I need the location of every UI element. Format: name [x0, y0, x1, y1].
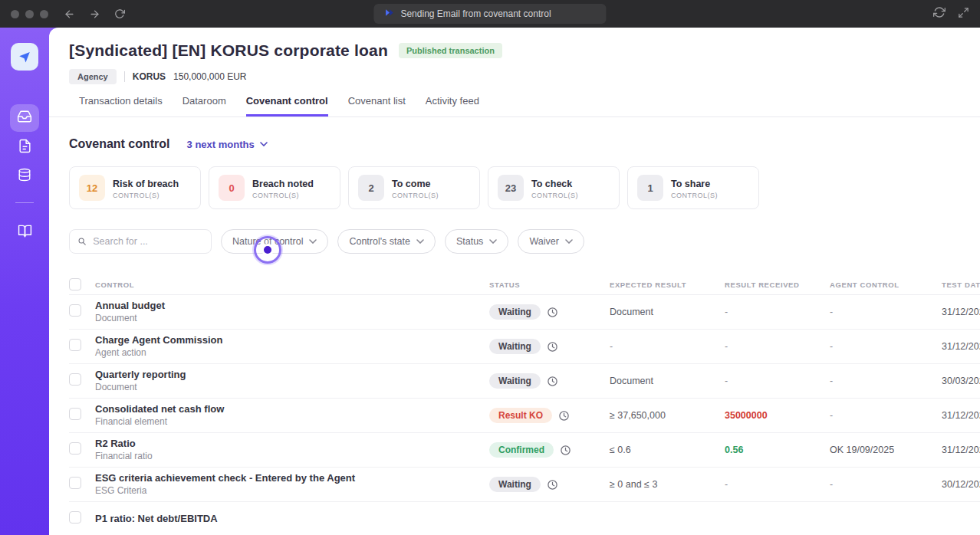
stat-label: To come	[392, 179, 430, 189]
filter-controls-state[interactable]: Control's state	[337, 229, 436, 254]
clock-icon	[547, 376, 558, 387]
row-checkbox[interactable]	[69, 511, 81, 524]
result-received: -	[725, 376, 830, 386]
expected-result: Document	[610, 376, 725, 386]
agent-control: -	[830, 376, 942, 386]
search-box[interactable]	[69, 229, 212, 254]
sidebar-item-documents[interactable]	[10, 133, 39, 161]
expand-icon[interactable]	[958, 7, 969, 21]
stat-card-risk-of-breach[interactable]: 12 Risk of breachCONTROL(S)	[69, 166, 201, 209]
table-row[interactable]: Quarterly reportingDocument Waiting Docu…	[69, 364, 980, 399]
test-date: 31/12/2024	[942, 410, 980, 421]
tab-covenant-list[interactable]: Covenant list	[348, 95, 406, 117]
clock-icon	[547, 307, 558, 318]
reload-icon[interactable]	[114, 8, 125, 19]
filter-waiver[interactable]: Waiver	[518, 229, 584, 254]
table-row[interactable]: Consolidated net cash flowFinancial elem…	[69, 399, 980, 433]
select-all-checkbox[interactable]	[69, 278, 81, 290]
page-title: [Syndicated] [EN] KORUS corporate loan	[69, 41, 388, 60]
filter-label: Control's state	[349, 236, 410, 247]
search-input[interactable]	[93, 236, 203, 247]
control-type: Document	[95, 313, 489, 324]
stat-card-breach-noted[interactable]: 0 Breach notedCONTROL(S)	[209, 166, 340, 209]
stat-label: To share	[671, 179, 710, 189]
stat-sub: CONTROL(S)	[531, 192, 578, 199]
product-logo[interactable]	[11, 43, 38, 71]
status-badge: Result KO	[489, 408, 552, 423]
sidebar-item-transactions[interactable]	[10, 104, 39, 132]
book-open-icon	[18, 224, 32, 241]
stat-card-to-come[interactable]: 2 To comeCONTROL(S)	[348, 166, 480, 209]
stat-count: 1	[637, 175, 663, 201]
window-controls[interactable]	[11, 10, 48, 18]
clock-icon	[558, 410, 570, 422]
col-date: TEST DATE	[942, 281, 980, 289]
chevron-down-icon	[489, 239, 497, 244]
agent-control: OK 19/09/2025	[830, 445, 942, 455]
stat-sub: CONTROL(S)	[252, 192, 314, 199]
back-icon[interactable]	[64, 8, 75, 20]
controls-table: CONTROL STATUS EXPECTED RESULT RESULT RE…	[49, 275, 980, 535]
control-type: ESG Criteria	[95, 485, 489, 497]
section-heading: Covenant control	[69, 137, 170, 151]
table-header-row: CONTROL STATUS EXPECTED RESULT RESULT RE…	[69, 275, 980, 295]
sidebar-item-knowledge[interactable]	[10, 218, 39, 246]
forward-icon[interactable]	[89, 8, 100, 20]
status-badge: Waiting	[489, 477, 541, 492]
test-date: 31/12/2024	[942, 341, 980, 352]
row-checkbox[interactable]	[69, 408, 81, 420]
stat-card-to-check[interactable]: 23 To checkCONTROL(S)	[488, 166, 620, 209]
row-checkbox[interactable]	[69, 339, 81, 351]
result-received: -	[725, 479, 830, 490]
row-checkbox[interactable]	[69, 477, 81, 489]
sidebar-divider	[15, 202, 34, 203]
chevron-down-icon	[565, 239, 573, 244]
row-checkbox[interactable]	[69, 373, 81, 386]
control-name: R2 Ratio	[95, 438, 489, 450]
table-row[interactable]: ESG criteria achievement check - Entered…	[69, 468, 980, 502]
col-expected: EXPECTED RESULT	[610, 281, 725, 289]
minimize-window-icon[interactable]	[25, 10, 34, 18]
search-icon	[77, 236, 87, 247]
filter-bar: Nature of control Control's state Status…	[49, 229, 980, 254]
maximize-window-icon[interactable]	[40, 10, 48, 18]
expected-result: Document	[610, 307, 725, 317]
stat-count: 23	[498, 175, 524, 201]
stat-card-to-share[interactable]: 1 To shareCONTROL(S)	[627, 166, 759, 209]
sidebar-item-data[interactable]	[10, 162, 39, 190]
status-badge: Waiting	[489, 339, 541, 354]
clock-icon	[560, 445, 571, 456]
test-date: 31/12/2024	[942, 307, 980, 317]
table-row[interactable]: Annual budgetDocument Waiting Document -…	[69, 295, 980, 330]
stat-count: 12	[79, 175, 105, 201]
table-row[interactable]: Charge Agent CommissionAgent action Wait…	[69, 330, 980, 364]
period-label: 3 next months	[187, 139, 255, 150]
row-checkbox[interactable]	[69, 304, 81, 317]
period-dropdown[interactable]: 3 next months	[187, 139, 268, 150]
stat-sub: CONTROL(S)	[392, 192, 439, 199]
stat-label: To check	[531, 179, 572, 189]
stat-label: Breach noted	[252, 179, 314, 189]
app-logo-icon	[384, 8, 394, 20]
chevron-down-icon	[309, 239, 317, 244]
tab-dataroom[interactable]: Dataroom	[183, 95, 226, 117]
tab-covenant-control[interactable]: Covenant control	[246, 95, 328, 117]
status-badge: Waiting	[489, 304, 541, 320]
role-badge: Agency	[69, 69, 117, 84]
stat-sub: CONTROL(S)	[113, 192, 179, 199]
sync-icon[interactable]	[933, 6, 945, 21]
control-name: P1 ratio: Net debt/EBITDA	[95, 513, 489, 525]
loan-amount: 150,000,000 EUR	[173, 71, 246, 82]
table-row[interactable]: R2 RatioFinancial ratio Confirmed ≤ 0.6 …	[69, 433, 980, 468]
row-checkbox[interactable]	[69, 442, 81, 455]
status-badge: Waiting	[489, 373, 541, 389]
sidebar	[0, 28, 49, 535]
stat-count: 0	[219, 175, 245, 201]
close-window-icon[interactable]	[11, 10, 19, 18]
table-row[interactable]: P1 ratio: Net debt/EBITDA	[69, 502, 980, 535]
agent-control: -	[830, 341, 942, 352]
tab-activity-feed[interactable]: Activity feed	[426, 95, 479, 117]
titlebar-tab[interactable]: Sending Email from covenant control	[373, 4, 606, 24]
tab-transaction-details[interactable]: Transaction details	[79, 95, 163, 117]
filter-status[interactable]: Status	[445, 229, 508, 254]
